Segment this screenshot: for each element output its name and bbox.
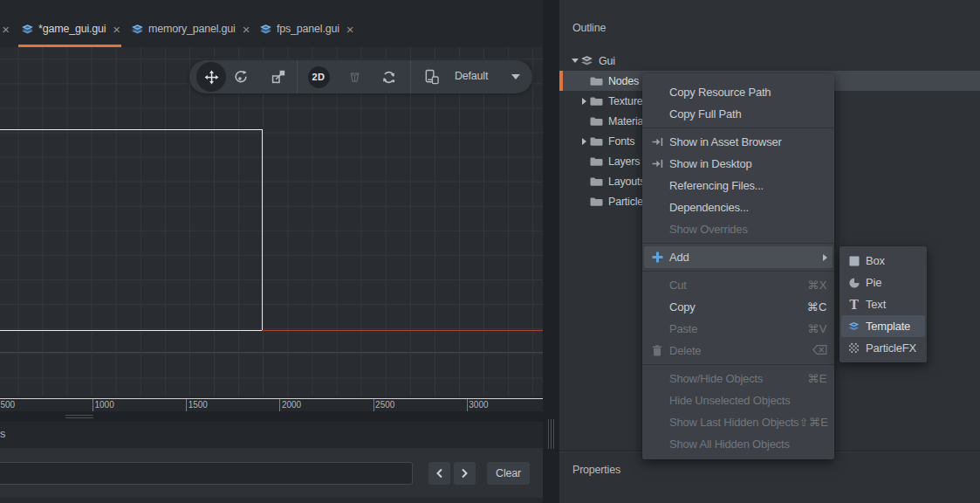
- ruler-label: 1500: [188, 400, 208, 410]
- scale-tool-button[interactable]: [264, 62, 293, 92]
- tab-label: fps_panel.gui: [277, 23, 339, 35]
- menu-item-paste: Paste ⌘V: [642, 318, 834, 340]
- tab-memory-panel[interactable]: memory_panel.gui ×: [122, 0, 257, 48]
- ruler-label: 3000: [469, 400, 488, 410]
- gui-scene-icon: [131, 24, 144, 34]
- gui-scene-icon: [259, 24, 272, 34]
- reload-view-button[interactable]: [381, 70, 396, 85]
- submenu-item-box[interactable]: Box: [840, 250, 927, 272]
- menu-separator: [642, 271, 834, 272]
- menu-item-referencing-files[interactable]: Referencing Files...: [642, 175, 834, 196]
- submenu-item-text[interactable]: T Text: [840, 293, 927, 315]
- menu-item-copy[interactable]: Copy ⌘C: [642, 296, 834, 318]
- chevron-collapsed-icon[interactable]: [579, 98, 590, 105]
- chevron-expanded-icon[interactable]: [569, 59, 580, 63]
- horizontal-splitter[interactable]: [0, 411, 543, 423]
- add-submenu: Box Pie T Text Template: [840, 246, 927, 362]
- submenu-item-particlefx[interactable]: ParticleFX: [840, 337, 927, 359]
- defold-editor-window: × *game_gui.gui × memory_panel.gui ×: [0, 0, 980, 503]
- prev-match-button[interactable]: [428, 462, 450, 485]
- splitter-grip-icon: [553, 419, 554, 449]
- tab-close-icon[interactable]: ×: [346, 23, 354, 36]
- frustum-culling-button[interactable]: [348, 71, 361, 84]
- context-menu: Copy Resource Path Copy Full Path Show i…: [642, 73, 834, 459]
- toolbar-separator: [410, 60, 411, 93]
- chevron-down-icon[interactable]: [511, 74, 520, 79]
- tree-row-label: Gui: [599, 55, 615, 67]
- tree-row-label: Layers: [608, 155, 640, 168]
- x-axis-line: [262, 330, 543, 331]
- folder-icon: [590, 76, 603, 86]
- menu-item-add[interactable]: Add: [642, 246, 834, 268]
- folder-icon: [590, 176, 603, 187]
- shortcut-label: ⌘X: [807, 279, 827, 292]
- tree-row-label: Layouts: [608, 176, 645, 188]
- menu-item-show-hide-objects: Show/Hide Objects ⌘E: [642, 368, 834, 389]
- gui-scene-icon: [580, 56, 593, 65]
- move-tool-button[interactable]: [196, 62, 226, 92]
- submenu-arrow-icon: [823, 254, 827, 261]
- properties-panel-title: Properties: [572, 464, 620, 476]
- clear-button[interactable]: Clear: [487, 462, 530, 485]
- shortcut-label: ⌘C: [807, 300, 827, 314]
- editor-tab-bar: × *game_gui.gui × memory_panel.gui ×: [0, 0, 543, 48]
- console-filter-bar: Clear: [0, 448, 543, 498]
- scene-viewport[interactable]: 2D: [0, 47, 543, 396]
- submenu-item-pie[interactable]: Pie: [840, 272, 927, 293]
- trash-icon: [651, 345, 663, 356]
- 2d-mode-button[interactable]: 2D: [308, 66, 330, 88]
- plus-icon: [651, 252, 663, 263]
- vertical-splitter[interactable]: [543, 0, 559, 503]
- bottom-pane-tab-label[interactable]: s: [0, 428, 5, 440]
- menu-item-cut: Cut ⌘X: [642, 274, 834, 296]
- tree-row-label: Fonts: [608, 135, 634, 148]
- shortcut-label: ⌘E: [807, 372, 827, 385]
- toolbar-separator: [297, 60, 298, 93]
- chevron-right-icon: [461, 468, 469, 479]
- menu-item-copy-full-path[interactable]: Copy Full Path: [642, 103, 834, 125]
- tab-fps-panel[interactable]: fps_panel.gui ×: [250, 0, 360, 48]
- menu-item-copy-resource-path[interactable]: Copy Resource Path: [642, 81, 834, 103]
- display-profile-button[interactable]: [423, 69, 440, 85]
- folder-icon: [590, 96, 603, 107]
- menu-item-show-last-hidden-objects: Show Last Hidden Objects ⇧⌘E: [642, 411, 834, 433]
- pie-icon: [848, 278, 860, 288]
- rotate-icon: [234, 70, 249, 85]
- tab-close-icon[interactable]: ×: [243, 23, 250, 36]
- submenu-item-template[interactable]: Template: [840, 315, 927, 337]
- folder-icon: [590, 156, 603, 167]
- chevron-collapsed-icon[interactable]: [579, 138, 590, 145]
- selection-accent-bar: [559, 71, 563, 91]
- tree-row-label: Nodes: [608, 75, 639, 87]
- menu-item-show-all-hidden-objects: Show All Hidden Objects: [642, 433, 834, 455]
- ruler-label: 2000: [282, 400, 301, 410]
- menu-item-hide-unselected-objects: Hide Unselected Objects: [642, 389, 834, 411]
- frustum-icon: [348, 71, 361, 84]
- menu-item-show-in-desktop[interactable]: Show in Desktop: [642, 153, 834, 175]
- scale-icon: [271, 70, 285, 84]
- horizontal-ruler: 500 1000 1500 2000 2500 3000: [0, 398, 543, 411]
- next-match-button[interactable]: [454, 462, 476, 485]
- hidden-tab-close-icon[interactable]: ×: [0, 0, 11, 48]
- menu-separator: [642, 364, 834, 365]
- text-icon: T: [848, 299, 860, 311]
- tab-label: *game_gui.gui: [38, 23, 106, 35]
- splitter-grip-icon: [551, 419, 552, 449]
- tab-game-gui[interactable]: *game_gui.gui ×: [12, 0, 127, 48]
- device-icon: [423, 69, 440, 85]
- console-content: [0, 498, 543, 503]
- bottom-pane-tab-strip: s: [0, 422, 543, 448]
- gui-scene-bounds: [0, 129, 263, 331]
- tree-row-gui[interactable]: Gui: [559, 51, 980, 71]
- move-icon: [204, 70, 219, 85]
- ruler-label: 500: [1, 400, 16, 410]
- folder-icon: [590, 196, 603, 207]
- menu-item-dependencies[interactable]: Dependencies...: [642, 196, 834, 218]
- search-input[interactable]: [0, 462, 413, 485]
- menu-item-show-in-asset-browser[interactable]: Show in Asset Browser: [642, 131, 834, 153]
- tab-close-icon[interactable]: ×: [113, 23, 120, 36]
- splitter-grip-icon: [65, 417, 93, 418]
- display-profile-value[interactable]: Default: [455, 70, 488, 82]
- rotate-tool-button[interactable]: [227, 62, 257, 92]
- menu-separator: [642, 127, 834, 128]
